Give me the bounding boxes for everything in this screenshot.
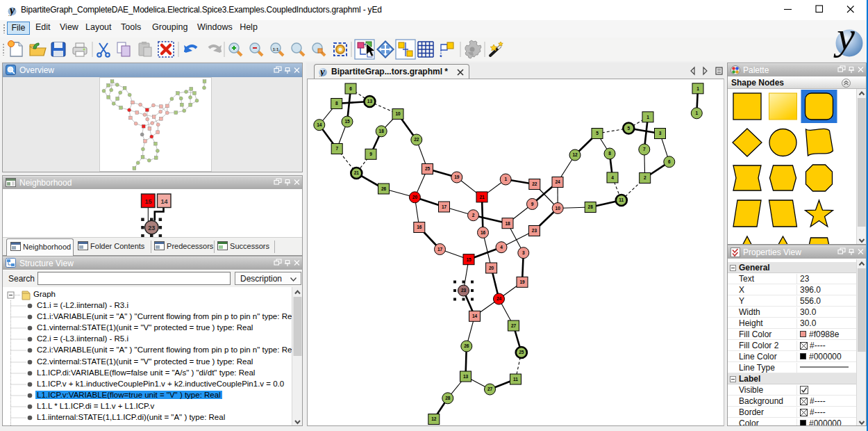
svg-text:17: 17 bbox=[442, 204, 447, 209]
svg-text:24: 24 bbox=[496, 296, 502, 301]
svg-text:24: 24 bbox=[555, 179, 560, 184]
svg-text:11: 11 bbox=[513, 377, 518, 382]
svg-text:5: 5 bbox=[596, 131, 599, 136]
svg-text:6: 6 bbox=[668, 159, 671, 164]
svg-text:23: 23 bbox=[148, 225, 155, 231]
svg-text:28: 28 bbox=[588, 204, 594, 209]
svg-text:20: 20 bbox=[412, 195, 418, 200]
svg-text:5: 5 bbox=[627, 126, 630, 131]
svg-text:15: 15 bbox=[144, 198, 151, 205]
svg-text:13: 13 bbox=[367, 99, 373, 104]
svg-text:25: 25 bbox=[425, 166, 431, 171]
svg-text:25: 25 bbox=[519, 350, 524, 355]
svg-text:14: 14 bbox=[472, 314, 478, 318]
svg-text:15: 15 bbox=[466, 257, 471, 262]
svg-text:y: y bbox=[8, 4, 15, 16]
svg-text:22: 22 bbox=[532, 181, 537, 186]
svg-text:15: 15 bbox=[344, 119, 350, 124]
svg-text:y: y bbox=[319, 66, 325, 76]
svg-text:20: 20 bbox=[489, 266, 494, 270]
svg-text:6: 6 bbox=[349, 86, 352, 91]
svg-text:17: 17 bbox=[437, 247, 443, 252]
svg-text:27: 27 bbox=[511, 323, 517, 328]
svg-text:13: 13 bbox=[463, 374, 469, 379]
svg-text:19: 19 bbox=[519, 279, 525, 284]
svg-text:9: 9 bbox=[531, 202, 534, 206]
svg-text:2: 2 bbox=[644, 175, 646, 180]
svg-text:16: 16 bbox=[417, 225, 422, 229]
svg-text:8: 8 bbox=[608, 151, 611, 156]
svg-text:12: 12 bbox=[431, 416, 437, 421]
svg-text:21: 21 bbox=[479, 195, 485, 200]
svg-text:28: 28 bbox=[445, 396, 451, 400]
svg-text:10: 10 bbox=[395, 111, 401, 116]
svg-text:18: 18 bbox=[505, 221, 510, 226]
svg-text:27: 27 bbox=[487, 387, 493, 391]
svg-text:11: 11 bbox=[619, 197, 624, 202]
svg-text:8: 8 bbox=[335, 101, 338, 106]
svg-text:1: 1 bbox=[696, 86, 699, 91]
svg-text:y: y bbox=[833, 21, 855, 58]
svg-text:19: 19 bbox=[454, 174, 460, 179]
svg-text:1: 1 bbox=[695, 111, 698, 115]
svg-text:26: 26 bbox=[464, 343, 469, 348]
svg-text:22: 22 bbox=[414, 137, 419, 142]
svg-text:14: 14 bbox=[160, 198, 167, 205]
svg-text:14: 14 bbox=[317, 122, 322, 127]
svg-text:1: 1 bbox=[646, 115, 649, 120]
svg-text:21: 21 bbox=[354, 170, 360, 175]
svg-text:12: 12 bbox=[572, 152, 578, 157]
svg-text:4: 4 bbox=[611, 175, 614, 180]
svg-text:7: 7 bbox=[335, 146, 338, 151]
svg-text:10: 10 bbox=[556, 206, 561, 211]
svg-text:9: 9 bbox=[369, 152, 372, 156]
svg-text:23: 23 bbox=[461, 288, 467, 293]
svg-text:7: 7 bbox=[643, 147, 646, 152]
svg-text:16: 16 bbox=[481, 230, 486, 235]
svg-text:2: 2 bbox=[472, 213, 475, 218]
svg-text:23: 23 bbox=[532, 228, 537, 233]
svg-text:26: 26 bbox=[381, 186, 387, 191]
svg-text:3: 3 bbox=[522, 250, 525, 255]
svg-text:4: 4 bbox=[500, 245, 503, 250]
svg-text:3: 3 bbox=[659, 131, 662, 136]
svg-text:1:1: 1:1 bbox=[273, 47, 279, 51]
svg-text:18: 18 bbox=[379, 129, 385, 133]
svg-text:1: 1 bbox=[504, 177, 507, 181]
